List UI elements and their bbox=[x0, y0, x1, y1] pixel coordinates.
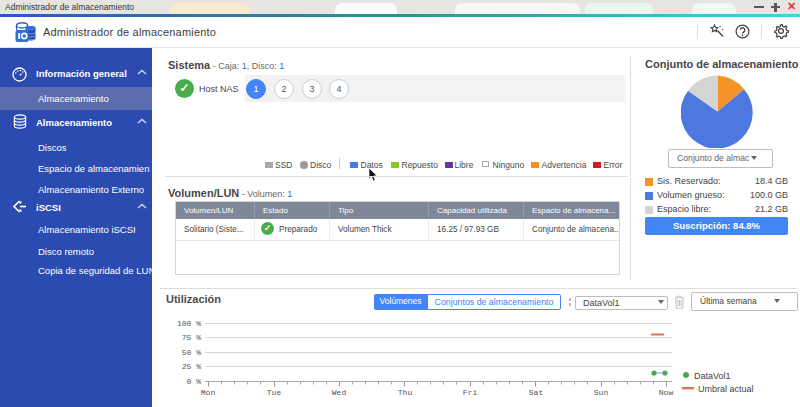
svg-text:Umbral actual: Umbral actual bbox=[698, 384, 754, 394]
svg-text:50 %: 50 % bbox=[182, 348, 201, 357]
svg-text:DataVol1: DataVol1 bbox=[694, 371, 731, 381]
svg-text:75 %: 75 % bbox=[182, 333, 201, 342]
svg-text:Wed: Wed bbox=[332, 388, 347, 397]
svg-text:Fri: Fri bbox=[463, 388, 478, 397]
svg-text:0 %: 0 % bbox=[187, 377, 202, 386]
svg-text:100 %: 100 % bbox=[177, 319, 201, 328]
svg-text:25 %: 25 % bbox=[182, 362, 201, 371]
svg-text:Sun: Sun bbox=[594, 388, 609, 397]
svg-text:Thu: Thu bbox=[398, 388, 413, 397]
svg-text:Sat: Sat bbox=[529, 388, 543, 397]
svg-text:Tue: Tue bbox=[267, 388, 282, 397]
svg-text:Now: Now bbox=[659, 388, 674, 397]
svg-text:Mon: Mon bbox=[201, 388, 216, 397]
